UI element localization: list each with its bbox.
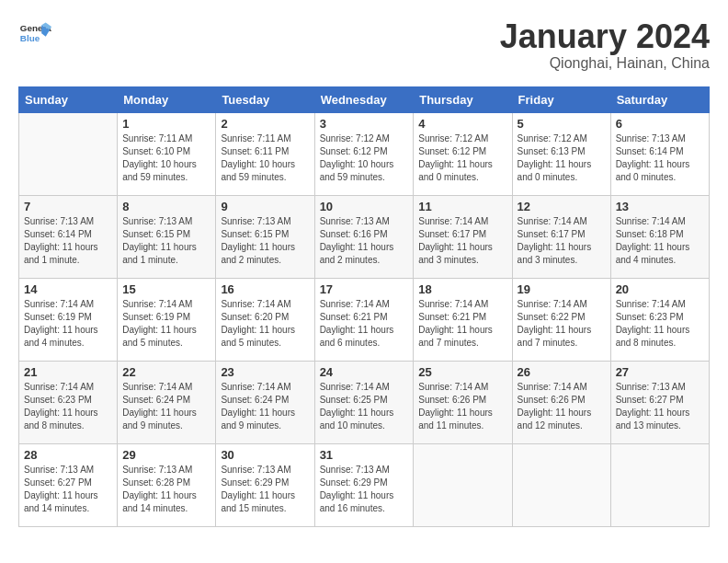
day-number: 23 xyxy=(221,365,309,379)
day-info: Sunrise: 7:13 AM Sunset: 6:27 PM Dayligh… xyxy=(616,381,704,432)
calendar-cell: 14Sunrise: 7:14 AM Sunset: 6:19 PM Dayli… xyxy=(19,278,118,361)
calendar-cell: 16Sunrise: 7:14 AM Sunset: 6:20 PM Dayli… xyxy=(216,278,314,361)
day-info: Sunrise: 7:14 AM Sunset: 6:21 PM Dayligh… xyxy=(418,298,506,350)
month-title: January 2024 xyxy=(500,18,710,55)
weekday-header-friday: Friday xyxy=(512,86,610,112)
calendar-cell: 11Sunrise: 7:14 AM Sunset: 6:17 PM Dayli… xyxy=(414,195,512,278)
day-number: 9 xyxy=(221,200,309,213)
day-info: Sunrise: 7:14 AM Sunset: 6:19 PM Dayligh… xyxy=(122,298,210,350)
day-info: Sunrise: 7:13 AM Sunset: 6:14 PM Dayligh… xyxy=(24,215,112,267)
calendar-cell: 22Sunrise: 7:14 AM Sunset: 6:24 PM Dayli… xyxy=(118,361,216,443)
calendar-cell: 5Sunrise: 7:12 AM Sunset: 6:13 PM Daylig… xyxy=(512,112,610,195)
day-info: Sunrise: 7:13 AM Sunset: 6:29 PM Dayligh… xyxy=(221,464,309,515)
calendar-cell: 28Sunrise: 7:13 AM Sunset: 6:27 PM Dayli… xyxy=(19,443,118,526)
day-info: Sunrise: 7:12 AM Sunset: 6:12 PM Dayligh… xyxy=(320,132,409,184)
calendar-cell: 25Sunrise: 7:14 AM Sunset: 6:26 PM Dayli… xyxy=(414,361,512,443)
calendar-table: SundayMondayTuesdayWednesdayThursdayFrid… xyxy=(18,86,710,527)
day-number: 5 xyxy=(518,117,606,131)
day-number: 19 xyxy=(518,282,606,296)
day-number: 8 xyxy=(122,200,210,213)
day-info: Sunrise: 7:12 AM Sunset: 6:12 PM Dayligh… xyxy=(418,132,506,184)
day-info: Sunrise: 7:14 AM Sunset: 6:26 PM Dayligh… xyxy=(418,381,506,432)
calendar-cell: 7Sunrise: 7:13 AM Sunset: 6:14 PM Daylig… xyxy=(19,195,118,278)
day-number: 1 xyxy=(122,117,210,131)
day-number: 14 xyxy=(24,282,112,296)
day-info: Sunrise: 7:14 AM Sunset: 6:17 PM Dayligh… xyxy=(418,215,506,267)
day-info: Sunrise: 7:14 AM Sunset: 6:18 PM Dayligh… xyxy=(616,215,704,267)
calendar-cell: 26Sunrise: 7:14 AM Sunset: 6:26 PM Dayli… xyxy=(512,361,610,443)
calendar-cell xyxy=(512,443,610,526)
day-number: 6 xyxy=(616,117,704,131)
calendar-cell: 31Sunrise: 7:13 AM Sunset: 6:29 PM Dayli… xyxy=(314,443,414,526)
calendar-cell: 15Sunrise: 7:14 AM Sunset: 6:19 PM Dayli… xyxy=(118,278,216,361)
day-info: Sunrise: 7:13 AM Sunset: 6:14 PM Dayligh… xyxy=(616,132,704,184)
location-title: Qionghai, Hainan, China xyxy=(500,55,710,72)
calendar-week-1: 1Sunrise: 7:11 AM Sunset: 6:10 PM Daylig… xyxy=(19,112,710,195)
calendar-cell: 19Sunrise: 7:14 AM Sunset: 6:22 PM Dayli… xyxy=(512,278,610,361)
calendar-cell: 6Sunrise: 7:13 AM Sunset: 6:14 PM Daylig… xyxy=(610,112,709,195)
day-info: Sunrise: 7:12 AM Sunset: 6:13 PM Dayligh… xyxy=(518,132,606,184)
calendar-cell xyxy=(19,112,118,195)
day-number: 12 xyxy=(518,200,606,213)
day-info: Sunrise: 7:13 AM Sunset: 6:28 PM Dayligh… xyxy=(122,464,210,515)
weekday-header-sunday: Sunday xyxy=(19,86,118,112)
day-number: 17 xyxy=(320,282,409,296)
day-number: 3 xyxy=(320,117,409,131)
day-number: 15 xyxy=(122,282,210,296)
calendar-cell: 12Sunrise: 7:14 AM Sunset: 6:17 PM Dayli… xyxy=(512,195,610,278)
logo-icon: General Blue xyxy=(18,18,51,52)
day-info: Sunrise: 7:14 AM Sunset: 6:25 PM Dayligh… xyxy=(320,381,409,432)
calendar-week-3: 14Sunrise: 7:14 AM Sunset: 6:19 PM Dayli… xyxy=(19,278,710,361)
calendar-cell xyxy=(610,443,709,526)
weekday-header-row: SundayMondayTuesdayWednesdayThursdayFrid… xyxy=(19,86,710,112)
weekday-header-tuesday: Tuesday xyxy=(216,86,314,112)
weekday-header-monday: Monday xyxy=(118,86,216,112)
day-info: Sunrise: 7:13 AM Sunset: 6:15 PM Dayligh… xyxy=(122,215,210,267)
calendar-cell: 24Sunrise: 7:14 AM Sunset: 6:25 PM Dayli… xyxy=(314,361,414,443)
day-info: Sunrise: 7:11 AM Sunset: 6:10 PM Dayligh… xyxy=(122,132,210,184)
day-number: 2 xyxy=(221,117,309,131)
day-number: 4 xyxy=(418,117,506,131)
day-number: 26 xyxy=(518,365,606,379)
day-info: Sunrise: 7:11 AM Sunset: 6:11 PM Dayligh… xyxy=(221,132,309,184)
day-info: Sunrise: 7:14 AM Sunset: 6:20 PM Dayligh… xyxy=(221,298,309,350)
calendar-cell: 9Sunrise: 7:13 AM Sunset: 6:15 PM Daylig… xyxy=(216,195,314,278)
calendar-cell: 3Sunrise: 7:12 AM Sunset: 6:12 PM Daylig… xyxy=(314,112,414,195)
day-info: Sunrise: 7:14 AM Sunset: 6:23 PM Dayligh… xyxy=(616,298,704,350)
day-number: 7 xyxy=(24,200,112,213)
day-number: 18 xyxy=(418,282,506,296)
day-info: Sunrise: 7:13 AM Sunset: 6:16 PM Dayligh… xyxy=(320,215,409,267)
weekday-header-saturday: Saturday xyxy=(610,86,709,112)
page-header: General Blue January 2024 Qionghai, Hain… xyxy=(18,18,710,72)
svg-text:Blue: Blue xyxy=(20,33,40,43)
day-info: Sunrise: 7:13 AM Sunset: 6:27 PM Dayligh… xyxy=(24,464,112,515)
day-number: 30 xyxy=(221,448,309,462)
day-info: Sunrise: 7:14 AM Sunset: 6:24 PM Dayligh… xyxy=(221,381,309,432)
calendar-cell: 29Sunrise: 7:13 AM Sunset: 6:28 PM Dayli… xyxy=(118,443,216,526)
calendar-cell: 1Sunrise: 7:11 AM Sunset: 6:10 PM Daylig… xyxy=(118,112,216,195)
calendar-cell: 17Sunrise: 7:14 AM Sunset: 6:21 PM Dayli… xyxy=(314,278,414,361)
day-number: 25 xyxy=(418,365,506,379)
calendar-week-4: 21Sunrise: 7:14 AM Sunset: 6:23 PM Dayli… xyxy=(19,361,710,443)
calendar-cell: 23Sunrise: 7:14 AM Sunset: 6:24 PM Dayli… xyxy=(216,361,314,443)
weekday-header-wednesday: Wednesday xyxy=(314,86,414,112)
calendar-cell: 21Sunrise: 7:14 AM Sunset: 6:23 PM Dayli… xyxy=(19,361,118,443)
day-info: Sunrise: 7:14 AM Sunset: 6:22 PM Dayligh… xyxy=(518,298,606,350)
weekday-header-thursday: Thursday xyxy=(414,86,512,112)
day-number: 13 xyxy=(616,200,704,213)
day-number: 31 xyxy=(320,448,409,462)
day-info: Sunrise: 7:14 AM Sunset: 6:19 PM Dayligh… xyxy=(24,298,112,350)
calendar-cell: 18Sunrise: 7:14 AM Sunset: 6:21 PM Dayli… xyxy=(414,278,512,361)
calendar-cell xyxy=(414,443,512,526)
calendar-cell: 10Sunrise: 7:13 AM Sunset: 6:16 PM Dayli… xyxy=(314,195,414,278)
day-number: 16 xyxy=(221,282,309,296)
logo: General Blue xyxy=(18,18,51,52)
day-info: Sunrise: 7:14 AM Sunset: 6:24 PM Dayligh… xyxy=(122,381,210,432)
day-number: 11 xyxy=(418,200,506,213)
day-info: Sunrise: 7:14 AM Sunset: 6:17 PM Dayligh… xyxy=(518,215,606,267)
calendar-cell: 20Sunrise: 7:14 AM Sunset: 6:23 PM Dayli… xyxy=(610,278,709,361)
day-number: 27 xyxy=(616,365,704,379)
day-info: Sunrise: 7:14 AM Sunset: 6:26 PM Dayligh… xyxy=(518,381,606,432)
calendar-cell: 30Sunrise: 7:13 AM Sunset: 6:29 PM Dayli… xyxy=(216,443,314,526)
day-info: Sunrise: 7:13 AM Sunset: 6:29 PM Dayligh… xyxy=(320,464,409,515)
